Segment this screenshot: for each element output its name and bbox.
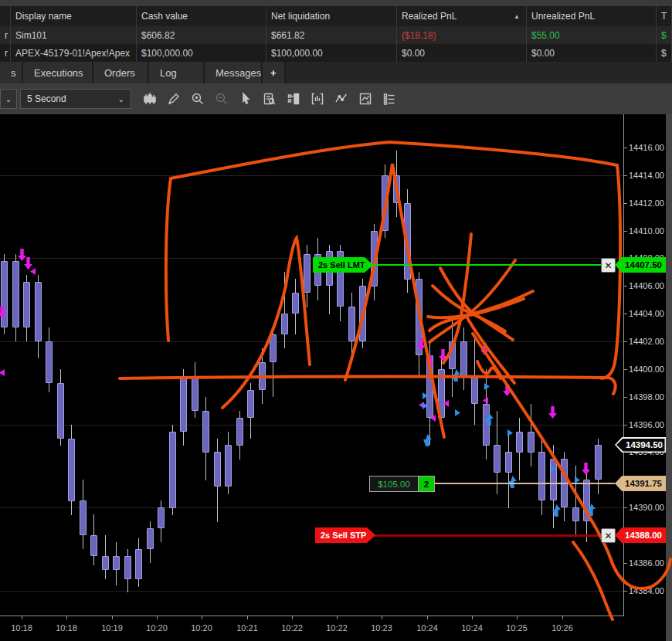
chart-trader-panel-icon[interactable] (286, 91, 301, 107)
chart-report-icon[interactable] (262, 91, 277, 107)
gridline (0, 425, 623, 426)
x-axis-label: 10:24 (410, 623, 444, 633)
x-axis-label: 10:19 (95, 623, 129, 633)
cancel-limit-order-button[interactable]: ✕ (601, 258, 616, 273)
candle-body (359, 286, 366, 341)
hand-drawn-annotations (0, 114, 672, 641)
candle-body (348, 307, 355, 341)
x-tick (157, 616, 158, 619)
candle-body (393, 175, 400, 203)
chart-snapshot-icon[interactable] (358, 91, 373, 107)
buy-signal-arrow-icon (452, 369, 460, 382)
column-header-Display name[interactable]: Display name (11, 6, 137, 26)
candle-body (225, 445, 232, 487)
y-tick (623, 231, 627, 232)
cancel-stop-order-button[interactable]: ✕ (601, 528, 616, 543)
y-axis-label: 14404.00 (629, 309, 664, 318)
table-cell: $100,000.00 (266, 44, 397, 62)
candle-body (449, 341, 456, 369)
toolbar-collapse-chevron-icon[interactable]: ⌄ (0, 89, 17, 109)
window-right-edge (666, 114, 672, 641)
table-cell: ($18.18) (397, 26, 527, 44)
chart-style-candlestick-icon[interactable] (142, 91, 158, 107)
sell-signal-arrow-icon (24, 257, 32, 270)
y-axis-label: 14390.00 (629, 503, 664, 512)
limit-price-axis-tag: 14407.50 (615, 257, 666, 273)
table-row[interactable]: rAPEX-45179-01!Apex!Apex$100,000.00$100,… (0, 44, 672, 63)
sell-stop-order-label[interactable]: 2s Sell STP (315, 527, 375, 543)
x-axis-label: 10:18 (5, 623, 39, 633)
y-tick (623, 175, 627, 176)
candle-body (460, 341, 467, 376)
candle-body (528, 432, 535, 453)
sell-limit-order-line[interactable] (371, 264, 601, 266)
magenta-triangle-marker-icon (30, 268, 36, 275)
y-tick (623, 369, 627, 370)
buy-signal-arrow-icon (423, 434, 432, 446)
regression-path-icon[interactable] (334, 91, 349, 107)
y-axis-label: 14396.00 (629, 420, 664, 429)
stop-price-axis-tag: 14388.00 (615, 527, 666, 543)
column-header-Cash value[interactable]: Cash value (137, 6, 266, 26)
position-entry-line (431, 483, 615, 484)
column-header-Unrealized PnL[interactable]: Unrealized PnL (527, 6, 657, 26)
y-tick (623, 286, 627, 287)
candle-body (247, 390, 254, 418)
sell-limit-order-label[interactable]: 2s Sell LMT (313, 257, 373, 273)
gridline (0, 258, 623, 259)
table-cell: APEX-45179-01!Apex!Apex (11, 44, 137, 62)
zoom-out-icon[interactable] (214, 91, 229, 107)
market-analyzer-list-icon[interactable] (382, 91, 397, 107)
magenta-triangle-marker-icon (0, 369, 5, 376)
column-header-Net liquidation[interactable]: Net liquidation (266, 6, 397, 26)
candle-body (270, 334, 277, 362)
table-cell: r (0, 44, 11, 62)
blue-triangle-marker-icon (455, 409, 460, 416)
interval-dropdown[interactable]: 5 Second ⌄ (20, 89, 131, 109)
tab-executions[interactable]: Executions (23, 62, 93, 83)
tab-[interactable]: + (263, 62, 286, 83)
gridline (0, 341, 623, 342)
tab-messages[interactable]: Messages (205, 62, 263, 83)
candle-body (236, 418, 243, 446)
tab-log[interactable]: Log (149, 62, 205, 83)
table-cell: r (0, 26, 11, 44)
tab-orders[interactable]: Orders (93, 62, 149, 83)
y-tick (623, 425, 627, 426)
column-header-T[interactable]: T (657, 6, 672, 26)
y-axis-label: 14410.00 (629, 226, 664, 236)
candle-body (35, 282, 42, 341)
column-header-Realized PnL[interactable]: Realized PnL▲ (397, 6, 527, 26)
y-tick (623, 563, 627, 564)
x-tick (247, 616, 248, 619)
x-axis-label: 10:18 (49, 623, 83, 633)
x-axis-label: 10:20 (140, 623, 174, 633)
y-axis-label: 14400.00 (629, 365, 664, 374)
table-cell: Sim101 (11, 26, 137, 44)
zoom-in-icon[interactable] (190, 91, 205, 107)
candle-body (180, 376, 187, 432)
price-chart[interactable]: 2s Sell LMT 2s Sell STP ✕ ✕ $105.00 2 14… (0, 114, 672, 641)
candle-body (538, 452, 545, 500)
drawing-tools-icon[interactable] (166, 91, 182, 107)
x-tick (472, 616, 473, 619)
accounts-table: Display nameCash valueNet liquidationRea… (0, 6, 672, 62)
candle-body (102, 556, 109, 570)
x-axis-line (0, 616, 624, 616)
sell-stop-order-line[interactable] (373, 534, 601, 537)
candle-body (158, 507, 165, 528)
tab-s[interactable]: s (0, 62, 23, 83)
candle-body (23, 282, 30, 327)
candle-body (292, 293, 299, 314)
last-price-axis-tag: 14394.50 (615, 437, 666, 453)
x-axis-label: 10:24 (455, 623, 489, 633)
candle-body (259, 362, 266, 390)
y-tick (623, 341, 627, 342)
chart-toolbar: ⌄ 5 Second ⌄ (0, 83, 672, 115)
data-box-icon[interactable] (310, 91, 325, 107)
column-header-blank[interactable] (0, 6, 11, 26)
candle-body (595, 445, 602, 480)
candle-body (147, 528, 154, 549)
table-row[interactable]: rSim101$606.82$661.82($18.18)$55.00$ (0, 26, 672, 45)
cursor-pointer-icon[interactable] (238, 91, 253, 107)
